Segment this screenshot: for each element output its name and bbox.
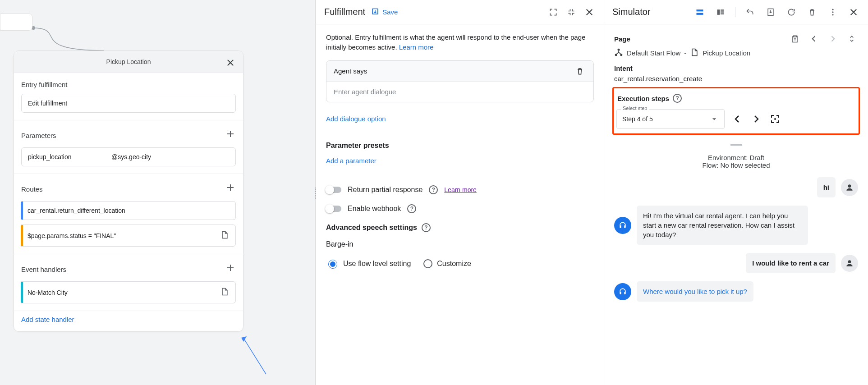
chat-bubble-user: hi (817, 177, 836, 197)
next-page-icon[interactable] (827, 32, 839, 45)
route-row-condition[interactable]: $page.params.status = "FINAL" (21, 225, 236, 247)
return-partial-toggle[interactable] (326, 187, 341, 193)
add-event-handler-icon[interactable] (225, 262, 236, 276)
intent-label: Intent (614, 64, 633, 72)
parameter-presets-heading: Parameter presets (326, 142, 594, 150)
chat-msg-bot: Hi! I'm the virtual car rental agent. I … (614, 206, 858, 245)
bot-avatar-icon (614, 283, 631, 300)
undo-icon[interactable] (744, 6, 756, 18)
doc-icon (690, 48, 699, 58)
route-intent-label: car_rental.return_different_location (28, 207, 125, 214)
save-label: Save (382, 8, 398, 16)
page-icon (220, 287, 229, 298)
page-card-header: Pickup Location (14, 51, 243, 73)
agent-says-box: Agent says (326, 60, 594, 102)
help-icon[interactable]: ? (673, 94, 682, 103)
view-stacked-icon[interactable] (693, 6, 706, 18)
flow-canvas[interactable]: Pickup Location Entry fulfillment Edit f… (0, 0, 316, 385)
add-dialogue-option-link[interactable]: Add dialogue option (326, 115, 386, 123)
fulfillment-header: Fulfillment Save (316, 0, 604, 24)
parameters-heading: Parameters (21, 132, 56, 139)
save-button[interactable]: Save (371, 8, 398, 17)
fulfillment-body: Optional. Entry fulfillment is what the … (316, 24, 604, 385)
return-partial-label: Return partial response (348, 186, 423, 194)
agent-says-label: Agent says (334, 67, 367, 75)
view-split-icon[interactable] (714, 6, 727, 18)
user-avatar-icon (841, 179, 858, 196)
clipboard-icon[interactable] (789, 32, 801, 45)
chat-bubble-bot: Where would you like to pick it up? (637, 281, 753, 302)
learn-more-partial-link[interactable]: Learn more (444, 186, 477, 193)
download-icon[interactable] (764, 6, 777, 18)
close-simulator-icon[interactable] (847, 6, 860, 18)
chat-bubble-user: I would like to rent a car (746, 253, 836, 273)
flow-node-stub[interactable] (0, 14, 32, 31)
edit-fulfillment-row[interactable]: Edit fulfillment (21, 94, 236, 113)
separator (735, 7, 735, 17)
delete-response-icon[interactable] (574, 65, 586, 78)
add-a-parameter-link[interactable]: Add a parameter (326, 157, 377, 165)
agent-dialogue-input[interactable] (326, 82, 593, 102)
event-handler-accent (21, 282, 23, 303)
parameter-row[interactable]: pickup_location @sys.geo-city (21, 147, 236, 166)
unfold-icon[interactable] (845, 32, 858, 45)
simulator-title: Simulator (612, 7, 650, 17)
exit-fullscreen-icon[interactable] (565, 6, 578, 18)
resize-grip[interactable] (604, 141, 868, 147)
barge-in-heading: Barge-in (326, 240, 594, 248)
parameter-name: pickup_location (28, 153, 111, 160)
chat-msg-user: hi (614, 177, 858, 197)
help-icon[interactable]: ? (429, 185, 438, 194)
learn-more-link[interactable]: Learn more (399, 43, 434, 51)
page-label: Page (614, 35, 630, 43)
chat-meta: Environment: Draft Flow: No flow selecte… (614, 154, 858, 169)
user-avatar-icon (841, 255, 858, 272)
chat-msg-bot: Where would you like to pick it up? (614, 281, 858, 302)
radio-customize[interactable] (423, 259, 432, 268)
entry-fulfillment-heading: Entry fulfillment (21, 81, 236, 88)
parameters-section: Parameters pickup_location @sys.geo-city (14, 120, 243, 174)
focus-icon[interactable] (769, 113, 781, 125)
simulator-panel: Simulator Page Default Start Fl (604, 0, 868, 385)
barge-in-radio-flow[interactable]: Use flow level setting (326, 258, 411, 269)
step-next-icon[interactable] (750, 113, 762, 125)
breadcrumb-flow: Default Start Flow (627, 49, 680, 57)
refresh-icon[interactable] (785, 6, 798, 18)
chat-area: Environment: Draft Flow: No flow selecte… (604, 147, 868, 318)
close-icon[interactable] (224, 56, 237, 69)
enable-webhook-row: Enable webhook ? (326, 204, 594, 213)
parameter-entity: @sys.geo-city (111, 153, 151, 160)
add-state-handler-link[interactable]: Add state handler (14, 311, 243, 331)
help-icon[interactable]: ? (422, 223, 431, 232)
event-handlers-section: Event handlers No-Match City (14, 254, 243, 311)
enable-webhook-toggle[interactable] (326, 206, 341, 212)
prev-page-icon[interactable] (808, 32, 820, 45)
dropdown-icon (710, 115, 719, 124)
more-icon[interactable] (827, 6, 839, 18)
enable-webhook-label: Enable webhook (348, 205, 401, 213)
barge-in-radio-customize[interactable]: Customize (423, 259, 471, 268)
event-handlers-heading: Event handlers (21, 266, 66, 273)
flow-icon (614, 48, 623, 58)
fulfillment-title: Fulfillment (324, 7, 365, 17)
breadcrumb-page: Pickup Location (703, 49, 750, 57)
close-panel-icon[interactable] (583, 6, 596, 18)
execution-steps-label: Execution steps (617, 95, 669, 102)
route-row-intent[interactable]: car_rental.return_different_location (21, 201, 236, 220)
event-handler-row[interactable]: No-Match City (21, 281, 236, 303)
simulator-context: Page Default Start Flow - Pickup Locatio… (604, 24, 868, 87)
step-select-value: Step 4 of 5 (622, 115, 653, 123)
step-prev-icon[interactable] (731, 113, 744, 125)
fulfillment-panel: Fulfillment Save Optional. Entry fulfill… (316, 0, 604, 385)
radio-use-flow[interactable] (328, 260, 337, 269)
radio-flow-label: Use flow level setting (343, 260, 411, 268)
add-route-icon[interactable] (225, 182, 236, 196)
page-card-title: Pickup Location (106, 58, 151, 65)
step-select[interactable]: Select step Step 4 of 5 (616, 109, 725, 129)
breadcrumb-separator: - (684, 49, 686, 57)
add-parameter-icon[interactable] (225, 128, 236, 142)
help-icon[interactable]: ? (407, 204, 416, 213)
trash-icon[interactable] (806, 6, 818, 18)
fullscreen-icon[interactable] (547, 6, 560, 18)
page-breadcrumb: Default Start Flow - Pickup Location (614, 48, 858, 58)
